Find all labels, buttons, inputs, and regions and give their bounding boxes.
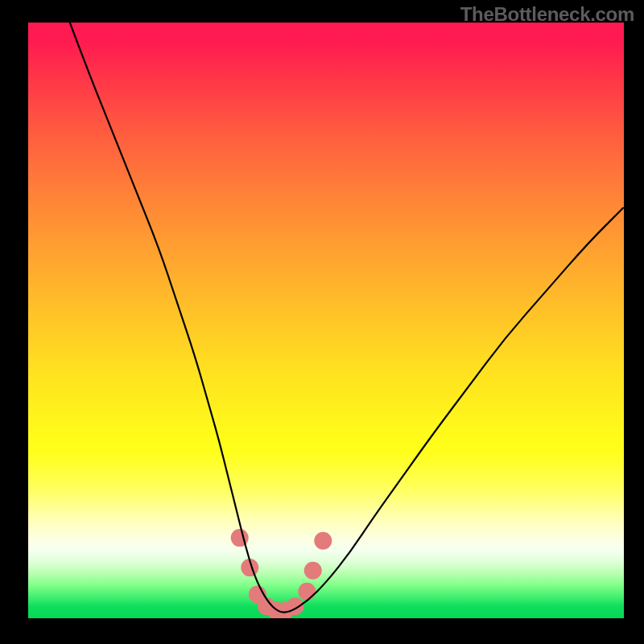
marker-dot — [304, 562, 322, 580]
marker-dot — [314, 532, 332, 550]
marker-band-group — [231, 529, 332, 618]
bottleneck-curve-path — [70, 23, 624, 613]
chart-svg — [28, 23, 624, 618]
marker-dot — [298, 583, 316, 601]
plot-area — [28, 23, 624, 618]
marker-dot — [287, 597, 304, 615]
watermark-text: TheBottleneck.com — [460, 3, 634, 26]
chart-frame: TheBottleneck.com — [0, 0, 644, 644]
